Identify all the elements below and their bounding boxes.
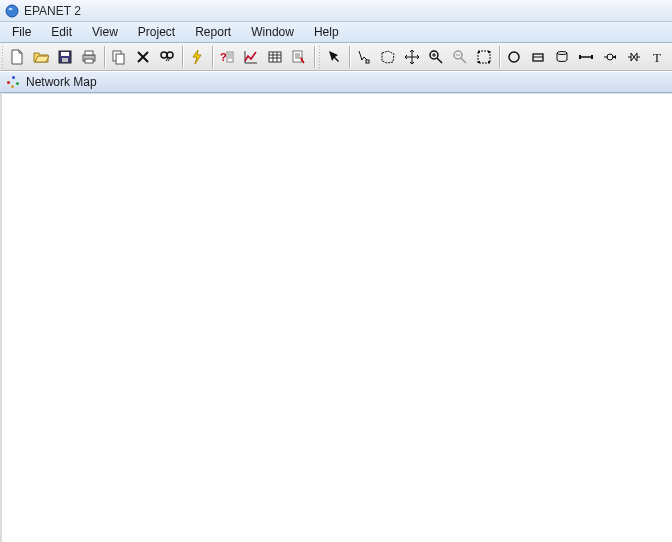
run-button[interactable]	[185, 45, 209, 69]
svg-rect-9	[116, 54, 124, 64]
toolbar-group-run	[185, 43, 209, 70]
svg-point-0	[6, 5, 18, 17]
svg-rect-6	[85, 51, 93, 55]
reservoir-button[interactable]	[526, 45, 550, 69]
menu-help[interactable]: Help	[304, 22, 349, 42]
menu-file[interactable]: File	[2, 22, 41, 42]
full-extent-button[interactable]	[472, 45, 496, 69]
svg-text:T: T	[653, 50, 661, 65]
svg-rect-20	[478, 51, 480, 53]
pan-button[interactable]	[400, 45, 424, 69]
new-button[interactable]	[5, 45, 29, 69]
svg-point-11	[167, 52, 173, 58]
svg-rect-16	[366, 60, 369, 63]
svg-rect-28	[591, 55, 593, 59]
save-button[interactable]	[53, 45, 77, 69]
svg-rect-3	[61, 52, 69, 56]
svg-point-1	[9, 7, 13, 10]
svg-rect-14	[269, 52, 281, 62]
svg-point-26	[557, 51, 567, 54]
copy-button[interactable]	[107, 45, 131, 69]
find-button[interactable]	[155, 45, 179, 69]
svg-rect-4	[62, 58, 68, 62]
menubar: File Edit View Project Report Window Hel…	[0, 22, 672, 43]
toolbar-group-file	[5, 43, 101, 70]
network-map-icon	[6, 75, 20, 89]
svg-rect-27	[579, 55, 581, 59]
label-button[interactable]: T	[646, 45, 670, 69]
open-button[interactable]	[29, 45, 53, 69]
svg-rect-21	[488, 51, 490, 53]
table-button[interactable]	[263, 45, 287, 69]
valve-button[interactable]	[622, 45, 646, 69]
menu-project[interactable]: Project	[128, 22, 185, 42]
region-select-button[interactable]	[376, 45, 400, 69]
svg-point-24	[509, 52, 519, 62]
pipe-button[interactable]	[574, 45, 598, 69]
toolbar-group-view	[352, 43, 496, 70]
toolbar-group-report: ?	[215, 43, 311, 70]
svg-rect-22	[478, 61, 480, 63]
svg-point-10	[161, 52, 167, 58]
menu-view[interactable]: View	[82, 22, 128, 42]
toolbar-group-objects: T	[502, 43, 670, 70]
toolbar-group-mapnav	[322, 43, 346, 70]
zoom-in-button[interactable]	[424, 45, 448, 69]
menu-report[interactable]: Report	[185, 22, 241, 42]
toolbar-handle[interactable]	[2, 46, 3, 68]
junction-button[interactable]	[502, 45, 526, 69]
svg-text:?: ?	[220, 51, 227, 63]
query-button[interactable]: ?	[215, 45, 239, 69]
svg-rect-23	[488, 61, 490, 63]
vertex-select-button[interactable]	[352, 45, 376, 69]
zoom-out-button[interactable]	[448, 45, 472, 69]
app-icon	[4, 3, 20, 19]
tank-button[interactable]	[550, 45, 574, 69]
svg-rect-7	[85, 59, 93, 63]
print-button[interactable]	[77, 45, 101, 69]
pump-button[interactable]	[598, 45, 622, 69]
select-tool-button[interactable]	[322, 45, 346, 69]
toolbar: ?	[0, 43, 672, 71]
toolbar-handle[interactable]	[319, 46, 320, 68]
window-title: EPANET 2	[24, 4, 81, 18]
graph-button[interactable]	[239, 45, 263, 69]
options-button[interactable]	[287, 45, 311, 69]
delete-button[interactable]	[131, 45, 155, 69]
network-map-titlebar[interactable]: Network Map	[0, 71, 672, 93]
menu-window[interactable]: Window	[241, 22, 304, 42]
toolbar-group-edit	[107, 43, 179, 70]
network-map-title: Network Map	[26, 75, 97, 89]
window-titlebar: EPANET 2	[0, 0, 672, 22]
menu-edit[interactable]: Edit	[41, 22, 82, 42]
network-map-canvas[interactable]	[0, 93, 672, 542]
